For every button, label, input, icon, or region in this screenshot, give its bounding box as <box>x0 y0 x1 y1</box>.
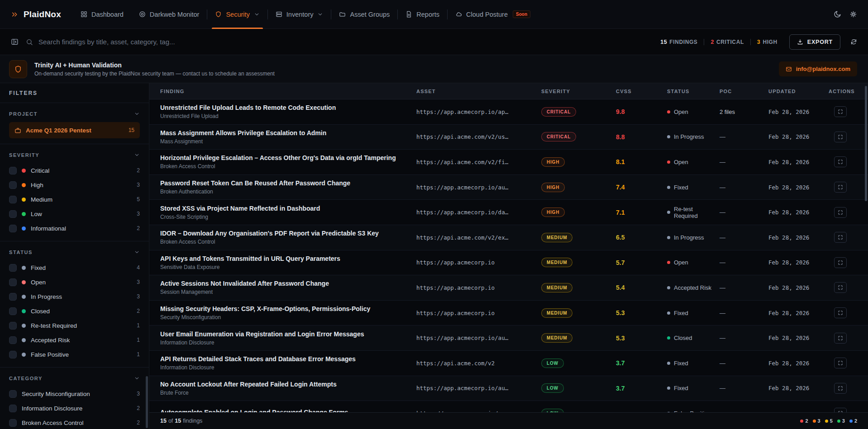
chevron-down-icon[interactable] <box>134 111 140 117</box>
filter-item-open[interactable]: Open 3 <box>9 275 140 289</box>
nav-item-cloud-posture[interactable]: Cloud Posture Soon <box>448 0 538 28</box>
nav-item-security[interactable]: Security <box>207 0 267 28</box>
checkbox[interactable] <box>9 225 17 232</box>
finding-title[interactable]: Unrestricted File Upload Leads to Remote… <box>160 104 404 111</box>
nav-item-reports[interactable]: Reports <box>398 0 447 28</box>
checkbox[interactable] <box>9 419 17 427</box>
expand-finding-button[interactable] <box>834 106 847 117</box>
finding-title[interactable]: API Keys and Tokens Transmitted in URL Q… <box>160 255 404 262</box>
checkbox[interactable] <box>9 390 17 398</box>
finding-title[interactable]: Mass Assignment Allows Privilege Escalat… <box>160 129 404 137</box>
column-header-poc[interactable]: POC <box>720 89 768 94</box>
expand-finding-button[interactable] <box>834 257 847 268</box>
expand-finding-button[interactable] <box>834 232 847 243</box>
column-header-severity[interactable]: SEVERITY <box>541 89 616 94</box>
table-row[interactable]: API Keys and Tokens Transmitted in URL Q… <box>149 250 868 276</box>
table-row[interactable]: Missing Security Headers: CSP, X-Frame-O… <box>149 301 868 326</box>
nav-item-dashboard[interactable]: Dashboard <box>73 0 131 28</box>
finding-title[interactable]: Autocomplete Enabled on Login and Passwo… <box>160 409 404 412</box>
nav-item-asset-groups[interactable]: Asset Groups <box>331 0 397 28</box>
filter-item-high[interactable]: High 3 <box>9 178 140 192</box>
chevron-down-icon[interactable] <box>134 249 140 255</box>
filter-item-information-disclosure[interactable]: Information Disclosure 2 <box>9 401 140 415</box>
checkbox[interactable] <box>9 322 17 330</box>
checkbox[interactable] <box>9 351 17 358</box>
table-row[interactable]: Mass Assignment Allows Privilege Escalat… <box>149 125 868 150</box>
checkbox[interactable] <box>9 167 17 174</box>
table-row[interactable]: Unrestricted File Upload Leads to Remote… <box>149 99 868 125</box>
checkbox[interactable] <box>9 210 17 218</box>
filter-item-closed[interactable]: Closed 2 <box>9 304 140 318</box>
finding-title[interactable]: Password Reset Token Can Be Reused After… <box>160 179 404 187</box>
finding-poc: — <box>720 259 768 266</box>
finding-title[interactable]: API Returns Detailed Stack Traces and Da… <box>160 355 404 363</box>
finding-title[interactable]: Stored XSS via Project Name Reflected in… <box>160 205 404 212</box>
table-row[interactable]: Horizontal Privilege Escalation – Access… <box>149 150 868 175</box>
table-scrollbar[interactable] <box>865 86 867 201</box>
table-row[interactable]: IDOR – Download Any Organisation's PDF R… <box>149 225 868 250</box>
table-row[interactable]: Autocomplete Enabled on Login and Passwo… <box>149 401 868 412</box>
filter-item-security-misconfiguration[interactable]: Security Misconfiguration 3 <box>9 387 140 401</box>
export-button[interactable]: EXPORT <box>789 34 840 50</box>
finding-title[interactable]: Active Sessions Not Invalidated After Pa… <box>160 280 404 287</box>
filter-item-informational[interactable]: Informational 2 <box>9 221 140 236</box>
checkbox[interactable] <box>9 196 17 203</box>
column-header-cvss[interactable]: CVSS <box>616 89 667 94</box>
theme-toggle-button[interactable] <box>834 10 841 18</box>
checkbox[interactable] <box>9 307 17 315</box>
expand-finding-button[interactable] <box>834 333 847 344</box>
project-item[interactable]: Acme Q1 2026 Pentest 15 <box>9 122 140 138</box>
finding-title[interactable]: Missing Security Headers: CSP, X-Frame-O… <box>160 305 404 312</box>
filter-item-false-positive[interactable]: False Positive 1 <box>9 347 140 362</box>
table-row[interactable]: Password Reset Token Can Be Reused After… <box>149 175 868 200</box>
finding-title[interactable]: User Email Enumeration via Registration … <box>160 330 404 338</box>
checkbox[interactable] <box>9 293 17 301</box>
contact-email-button[interactable]: info@plaidnox.com <box>779 61 857 76</box>
refresh-button[interactable] <box>850 38 857 45</box>
table-row[interactable]: User Email Enumeration via Registration … <box>149 325 868 351</box>
filter-item-low[interactable]: Low 3 <box>9 207 140 221</box>
nav-item-darkweb-monitor[interactable]: Darkweb Monitor <box>131 0 207 28</box>
column-header-finding[interactable]: FINDING <box>149 89 416 94</box>
finding-title[interactable]: IDOR – Download Any Organisation's PDF R… <box>160 230 404 237</box>
expand-finding-button[interactable] <box>834 282 847 293</box>
finding-title[interactable]: No Account Lockout After Repeated Failed… <box>160 381 404 388</box>
collapse-sidebar-button[interactable] <box>11 38 19 46</box>
column-header-updated[interactable]: UPDATED <box>768 89 829 94</box>
checkbox[interactable] <box>9 405 17 412</box>
checkbox[interactable] <box>9 181 17 189</box>
sidebar-scrollbar[interactable] <box>146 376 148 428</box>
filter-item-accepted-risk[interactable]: Accepted Risk 1 <box>9 333 140 347</box>
chevron-down-icon[interactable] <box>134 375 140 381</box>
expand-finding-button[interactable] <box>834 408 847 412</box>
expand-finding-button[interactable] <box>834 307 847 318</box>
nav-item-inventory[interactable]: Inventory <box>268 0 331 28</box>
filter-item-in-progress[interactable]: In Progress 3 <box>9 289 140 304</box>
filter-item-medium[interactable]: Medium 5 <box>9 192 140 207</box>
chevron-down-icon[interactable] <box>134 152 140 158</box>
column-header-actions[interactable]: ACTIONS <box>829 89 868 94</box>
table-row[interactable]: API Returns Detailed Stack Traces and Da… <box>149 351 868 376</box>
expand-finding-button[interactable] <box>834 132 847 142</box>
expand-finding-button[interactable] <box>834 383 847 394</box>
filter-item-fixed[interactable]: Fixed 4 <box>9 260 140 275</box>
expand-finding-button[interactable] <box>834 156 847 167</box>
table-row[interactable]: No Account Lockout After Repeated Failed… <box>149 376 868 401</box>
filter-item-broken-access-control[interactable]: Broken Access Control 2 <box>9 415 140 429</box>
column-header-asset[interactable]: ASSET <box>416 89 541 94</box>
column-header-status[interactable]: STATUS <box>667 89 720 94</box>
expand-finding-button[interactable] <box>834 182 847 193</box>
search-input[interactable] <box>38 38 310 46</box>
expand-finding-button[interactable] <box>834 207 847 218</box>
checkbox[interactable] <box>9 264 17 272</box>
finding-title[interactable]: Horizontal Privilege Escalation – Access… <box>160 154 404 161</box>
filter-item-re-test-required[interactable]: Re-test Required 1 <box>9 318 140 333</box>
brand[interactable]: PlaidNox <box>11 0 61 28</box>
table-row[interactable]: Stored XSS via Project Name Reflected in… <box>149 200 868 225</box>
settings-button[interactable] <box>849 10 857 18</box>
filter-item-critical[interactable]: Critical 2 <box>9 163 140 178</box>
checkbox[interactable] <box>9 336 17 344</box>
table-row[interactable]: Active Sessions Not Invalidated After Pa… <box>149 275 868 301</box>
expand-finding-button[interactable] <box>834 358 847 368</box>
checkbox[interactable] <box>9 278 17 286</box>
